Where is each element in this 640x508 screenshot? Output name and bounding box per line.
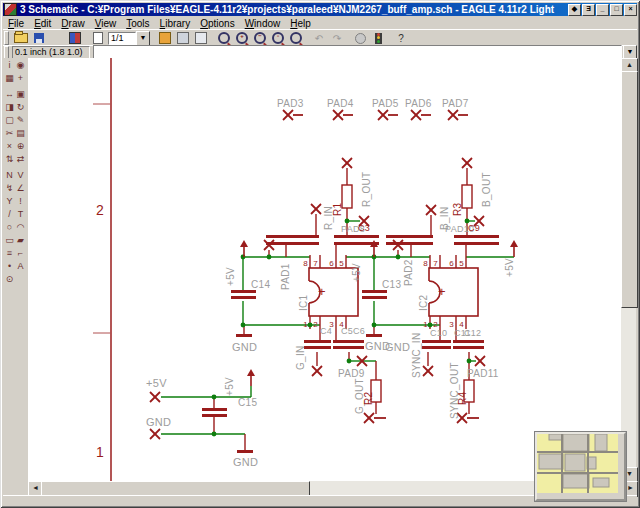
smash-tool[interactable]: ↯ [4,182,15,194]
schematic-label[interactable]: 5 [339,259,344,268]
pad-x-mark[interactable] [426,205,436,215]
schematic-label[interactable]: PAD4 [327,98,354,109]
schematic-label[interactable]: C13 [382,279,401,290]
invoke-tool[interactable]: ! [15,195,26,207]
junction-dot[interactable] [428,323,433,328]
schematic-label[interactable]: 1 [423,320,428,329]
schematic-label[interactable]: PAD11 [467,368,499,379]
pad-x-mark[interactable] [462,158,472,168]
capacitor-symbol[interactable] [362,290,387,293]
move-tool[interactable]: ↔ [4,88,15,100]
pad-x-mark[interactable] [423,366,433,376]
title-bar[interactable]: 3 Schematic - C:¥Program Files¥EAGLE-4.1… [3,3,637,16]
menu-options[interactable]: Options [195,18,239,29]
sheet-combobox-arrow[interactable]: ▼ [136,31,150,46]
erc-tool[interactable]: ⊙ [4,273,15,285]
capacitor-symbol[interactable] [266,235,319,238]
schematic-label[interactable]: 2 [313,320,318,329]
miter-tool[interactable]: ∠ [15,182,26,194]
schematic-label[interactable]: PAD2 [403,259,414,286]
ground-symbol[interactable] [237,450,253,453]
schematic-label[interactable]: PAD6 [405,98,432,109]
capacitor-symbol[interactable] [304,340,331,343]
mark-tool[interactable]: + [15,72,26,84]
pad-x-mark[interactable] [448,110,468,120]
schematic-label[interactable]: GND [365,340,390,352]
schematic-label[interactable]: 8 [423,259,428,268]
junction-dot[interactable] [345,219,350,224]
schematic-label[interactable]: B_OUT [481,172,492,207]
capacitor-symbol[interactable] [304,346,331,349]
capacitor-symbol[interactable] [202,408,227,411]
schematic-label[interactable]: 2 [96,202,104,218]
zoom-fit-button[interactable] [215,31,233,46]
ground-symbol[interactable] [236,334,252,337]
rect-tool[interactable]: ▭ [4,234,15,246]
schematic-label[interactable]: C3 [358,223,370,233]
zoom-redraw-button[interactable] [287,31,305,46]
schematic-label[interactable]: C6 [353,326,365,336]
schematic-label[interactable]: + [318,284,326,299]
schematic-label[interactable]: C15 [238,397,257,408]
wire-tool[interactable]: / [4,208,15,220]
menu-draw[interactable]: Draw [56,18,89,29]
schematic-label[interactable]: C4 [320,326,332,336]
schematic-label[interactable]: C10 [430,328,447,338]
schematic-label[interactable]: G_IN [295,345,306,370]
capacitor-symbol[interactable] [231,296,256,299]
pinswap-tool[interactable]: ⇅ [4,153,15,165]
schematic-label[interactable]: R_OUT [361,172,372,207]
pad-x-mark[interactable] [311,204,321,214]
schematic-label[interactable]: IC2 [418,294,429,311]
bus-tool[interactable]: ≡ [4,247,15,259]
junction-dot[interactable] [396,255,401,260]
junction-dot[interactable] [467,359,472,364]
paste-tool[interactable]: ▤ [15,127,26,139]
script-button[interactable] [174,31,192,46]
capacitor-symbol[interactable] [266,242,319,245]
pad-x-mark[interactable] [150,392,160,402]
junction-dot[interactable] [372,323,377,328]
ground-symbol[interactable] [366,334,382,337]
capacitor-symbol[interactable] [453,340,484,343]
resistor-symbol[interactable] [342,185,352,208]
add-tool[interactable]: ⊕ [15,140,26,152]
pad-x-mark[interactable] [312,366,322,376]
open-button[interactable] [12,31,30,46]
schematic-label[interactable]: 1 [96,444,104,460]
capacitor-symbol[interactable] [334,235,379,238]
label-tool[interactable]: A [15,260,26,272]
schematic-label[interactable]: PAD7 [442,98,469,109]
pad-x-mark[interactable] [150,429,160,439]
schematic-label[interactable]: 7 [313,259,318,268]
menu-help[interactable]: Help [285,18,316,29]
pad-x-mark[interactable] [411,110,431,120]
vertical-scroll-thumb[interactable] [621,71,638,308]
junction-tool[interactable]: • [4,260,15,272]
ic-symbol[interactable] [429,268,478,316]
close-button[interactable]: × [624,4,637,16]
schematic-label[interactable]: R_IN [323,206,334,230]
pad-x-mark[interactable] [333,110,353,120]
capacitor-symbol[interactable] [362,296,387,299]
capacitor-symbol[interactable] [454,242,499,245]
schematic-label[interactable]: SYNC_OUT [449,362,460,419]
junction-dot[interactable] [347,359,352,364]
schematic-label[interactable]: 5 [459,259,464,268]
menu-tools[interactable]: Tools [121,18,154,29]
schematic-label[interactable]: 7 [433,259,438,268]
schematic-label[interactable]: GND [146,416,171,428]
info-tool[interactable]: i [4,59,15,71]
capacitor-symbol[interactable] [453,346,484,349]
menu-view[interactable]: View [90,18,122,29]
open-board-button[interactable] [66,31,84,46]
junction-dot[interactable] [241,323,246,328]
schematic-label[interactable]: IC1 [298,294,309,311]
schematic-label[interactable]: PAD1 [280,263,291,290]
schematic-drawing[interactable]: PAD3PAD4PAD5PAD6PAD7R_OUTR1R_INPAD8C3B_O… [28,58,621,481]
schematic-label[interactable]: 1 [303,320,308,329]
capacitor-symbol[interactable] [422,346,451,349]
capacitor-symbol[interactable] [386,242,433,245]
schematic-label[interactable]: 6 [449,259,454,268]
menu-library[interactable]: Library [155,18,196,29]
